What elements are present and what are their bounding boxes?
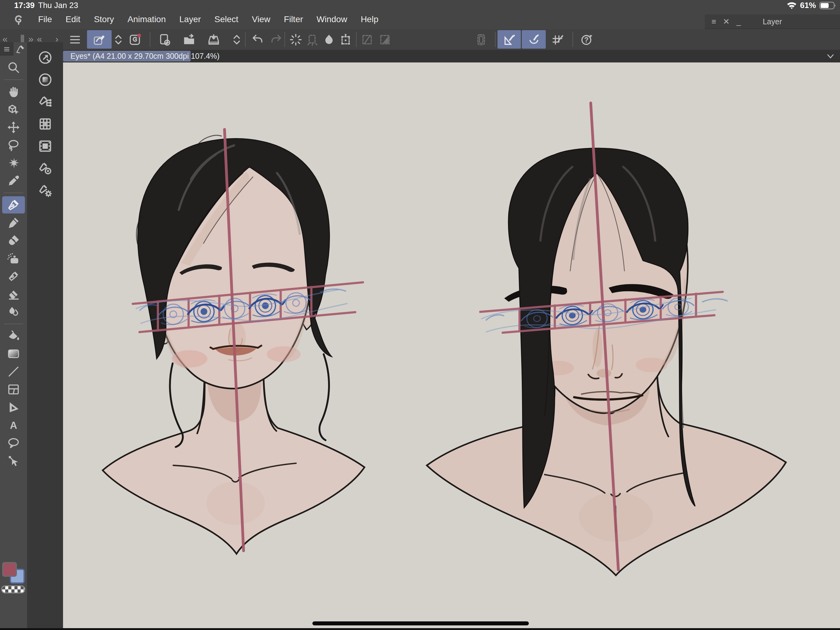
menu-item[interactable]: Select bbox=[214, 14, 238, 24]
snap-to-ruler-button[interactable] bbox=[502, 33, 516, 47]
tool-gradient[interactable] bbox=[6, 347, 21, 361]
tool-divider bbox=[4, 193, 24, 193]
menu-item[interactable]: File bbox=[38, 14, 52, 24]
battery-percent: 61% bbox=[800, 1, 816, 10]
tool-decoration[interactable] bbox=[6, 269, 21, 283]
toolbar-divider bbox=[573, 32, 573, 47]
canvas-document[interactable] bbox=[63, 62, 840, 628]
color-circle-palette-icon[interactable] bbox=[37, 72, 53, 88]
document-tab[interactable]: Eyes* (A4 21.00 x 29.70cm 300dpi 107.4%) bbox=[63, 51, 191, 62]
tool-ruler[interactable] bbox=[6, 400, 21, 414]
select-launcher-button[interactable] bbox=[289, 33, 303, 47]
clip-studio-app-button[interactable] bbox=[128, 33, 142, 47]
toolbar-divider bbox=[284, 32, 285, 47]
redo-button[interactable] bbox=[269, 33, 283, 47]
help-button[interactable]: ? bbox=[579, 33, 594, 47]
tool-airbrush[interactable] bbox=[6, 251, 21, 266]
main-menu-button[interactable] bbox=[68, 33, 82, 47]
menu-item[interactable]: Story bbox=[94, 14, 114, 24]
tab-list-chevron-down-icon[interactable] bbox=[825, 52, 836, 61]
timeline-palette-icon[interactable] bbox=[37, 138, 53, 154]
save-switch-chevrons-icon[interactable] bbox=[230, 33, 244, 47]
tool-switch-chevrons-icon[interactable] bbox=[111, 33, 125, 47]
svg-text:A: A bbox=[10, 420, 17, 431]
tool-palette-menu-icon[interactable] bbox=[0, 42, 14, 56]
wifi-icon bbox=[786, 2, 797, 9]
tool-object[interactable] bbox=[6, 103, 21, 117]
menu-item[interactable]: Help bbox=[361, 14, 379, 24]
tool-balloon[interactable] bbox=[6, 436, 21, 450]
menu-item[interactable]: Animation bbox=[128, 14, 166, 24]
tool-fill[interactable] bbox=[6, 329, 21, 343]
color-set-palette-icon[interactable] bbox=[37, 116, 53, 132]
document-tab-label: Eyes* (A4 21.00 x 29.70cm 300dpi 107.4%) bbox=[70, 52, 219, 60]
sub-tool-detail-palette-icon[interactable] bbox=[37, 182, 53, 198]
transform-button[interactable] bbox=[338, 33, 353, 47]
transparent-color-swatch[interactable] bbox=[1, 586, 25, 594]
home-indicator[interactable] bbox=[313, 621, 529, 625]
tool-divider bbox=[4, 79, 24, 80]
tool-auto-select[interactable] bbox=[6, 156, 21, 170]
tool-zoom[interactable] bbox=[6, 60, 21, 75]
fill-selection-button[interactable] bbox=[322, 33, 336, 47]
snap-to-special-ruler-button[interactable] bbox=[527, 33, 541, 47]
toolbar-divider bbox=[495, 32, 496, 47]
tool-divider bbox=[4, 324, 24, 324]
tool-brush[interactable] bbox=[6, 233, 21, 248]
menu-item[interactable]: View bbox=[252, 14, 270, 24]
canvas-artwork bbox=[63, 62, 840, 628]
snap-to-grid-button[interactable] bbox=[550, 33, 565, 47]
sub-tool-palette-icon[interactable] bbox=[37, 94, 53, 110]
open-file-button[interactable] bbox=[182, 33, 196, 47]
palette-dock bbox=[27, 42, 63, 628]
toolbar-divider bbox=[356, 32, 357, 47]
layer-panel-title: Layer bbox=[705, 17, 840, 26]
clip-studio-paint-logo-icon[interactable] bbox=[12, 13, 25, 26]
tool-pencil[interactable] bbox=[6, 216, 21, 230]
clip-studio-paint-screen: 17:39 Thu Jan 23 61% FileEditStoryAnimat… bbox=[0, 0, 840, 630]
tool-operation[interactable] bbox=[6, 454, 21, 468]
new-canvas-button[interactable] bbox=[158, 33, 172, 47]
toolbar-divider bbox=[245, 32, 246, 47]
battery-icon bbox=[819, 1, 837, 10]
quick-access-palette-icon[interactable] bbox=[37, 49, 53, 65]
touch-gesture-button[interactable] bbox=[92, 33, 106, 47]
status-bar: 17:39 Thu Jan 23 61% bbox=[0, 0, 840, 9]
tool-palette: A bbox=[0, 42, 27, 628]
selection-line-button[interactable] bbox=[360, 33, 374, 47]
color-swatches bbox=[0, 562, 27, 602]
tool-text[interactable]: A bbox=[6, 418, 21, 432]
selection-frame-button[interactable] bbox=[474, 33, 488, 47]
main-toolbar: « ⫼ » « › bbox=[0, 29, 840, 50]
tool-eyedropper[interactable] bbox=[6, 174, 21, 188]
svg-text:?: ? bbox=[584, 36, 589, 44]
tool-blend[interactable] bbox=[6, 305, 21, 319]
tool-frame-border[interactable] bbox=[6, 382, 21, 397]
date: Thu Jan 23 bbox=[38, 1, 78, 10]
toolbar-divider bbox=[150, 32, 150, 47]
menu-item[interactable]: Layer bbox=[179, 14, 201, 24]
tool-property-palette-icon[interactable] bbox=[37, 160, 53, 176]
tool-pen[interactable] bbox=[6, 198, 21, 212]
save-button[interactable] bbox=[207, 33, 221, 47]
tool-hand[interactable] bbox=[6, 85, 21, 99]
menu-items: FileEditStoryAnimationLayerSelectViewFil… bbox=[38, 14, 379, 24]
layer-panel-titlebar[interactable]: ≡ ✕ _ Layer bbox=[705, 14, 840, 29]
undo-button[interactable] bbox=[251, 33, 265, 47]
clock: 17:39 bbox=[14, 1, 35, 10]
selection-fill-button[interactable] bbox=[378, 33, 392, 47]
main-color-swatch[interactable] bbox=[2, 562, 17, 577]
deselect-button[interactable] bbox=[305, 33, 319, 47]
tool-eraser[interactable] bbox=[6, 287, 21, 301]
menu-item[interactable]: Edit bbox=[65, 14, 80, 24]
pencil-tab-icon[interactable] bbox=[14, 42, 27, 56]
bottom-edge bbox=[0, 628, 840, 630]
tool-move-layer[interactable] bbox=[6, 120, 21, 135]
tool-lasso[interactable] bbox=[6, 138, 21, 152]
menu-item[interactable]: Filter bbox=[284, 14, 303, 24]
menu-item[interactable]: Window bbox=[317, 14, 347, 24]
tool-figure[interactable] bbox=[6, 364, 21, 379]
document-tab-bar: Eyes* (A4 21.00 x 29.70cm 300dpi 107.4%) bbox=[63, 50, 840, 62]
